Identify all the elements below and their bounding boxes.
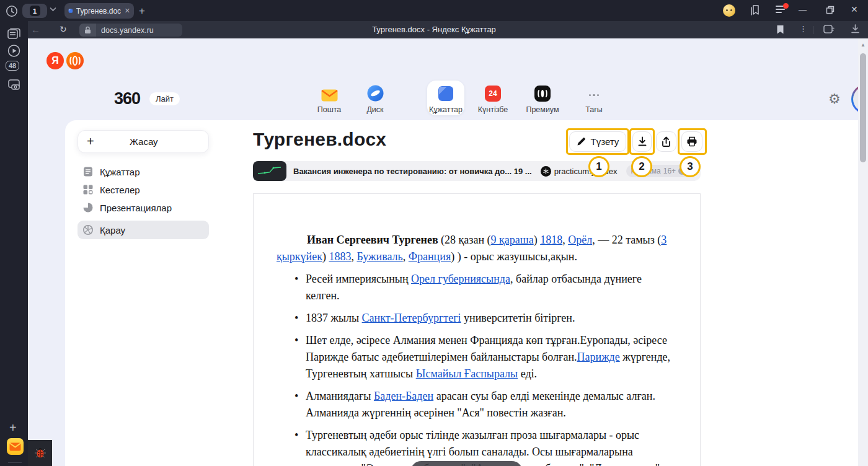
new-tab-button[interactable]: + [139, 5, 145, 17]
document-link[interactable]: 9 қараша [491, 234, 534, 246]
document-page: Иван Сергеевич Тургенев (28 қазан (9 қар… [253, 193, 701, 466]
document-link[interactable]: Ысмайыл Ғаспыралы [416, 367, 518, 380]
feed-icon[interactable] [6, 26, 22, 41]
back-icon[interactable]: ← [31, 24, 40, 35]
document-text: еді. [518, 367, 537, 380]
tab-title: Тургенев.docx - Яндек [76, 7, 121, 15]
document-link[interactable]: 1818 [540, 234, 562, 246]
document-bullet-item: •Шет елде, әсіресе Алмания менен Франция… [277, 332, 672, 382]
document-text: ) ) - орыс жазушысы,ақын. [451, 250, 577, 263]
document-text: университетін бітірген. [461, 312, 575, 324]
content-card: + Жасау Құжаттар Кестелер Презентациялар… [65, 120, 868, 466]
document-paragraph: Иван Сергеевич Тургенев (28 қазан (9 қар… [277, 232, 672, 265]
sidebar-item-presentations[interactable]: Презентациялар [78, 198, 209, 217]
history-clock-icon[interactable] [5, 4, 19, 18]
window-close-button[interactable]: ✕ [851, 4, 858, 14]
bookmark-star-icon[interactable] [776, 25, 784, 35]
document-text: ) [322, 250, 329, 263]
document-bullet-item: •1837 жылы Санкт-Петербургтегі университ… [277, 310, 672, 327]
document-link[interactable]: Баден-Баден [374, 390, 433, 402]
menu-notification-dot [783, 3, 789, 9]
document-bullet-item: •Тургеневтың әдеби орыс тілінде жазылған… [277, 427, 672, 466]
screenshot-icon[interactable] [6, 77, 22, 92]
document-text: Ресей империясының [306, 273, 411, 285]
window-minimize-button[interactable]: — [799, 5, 807, 14]
browser-tab-bar: 1 Тургенев.docx - Яндек ✕ + — ✕ [0, 0, 868, 21]
settings-gear-icon[interactable]: ⚙ [828, 91, 841, 107]
tab-group-button[interactable]: 1 [22, 4, 47, 18]
app-calendar[interactable]: 24 Күнтізбе [471, 83, 515, 114]
sidebar-item-documents[interactable]: Құжаттар [78, 162, 209, 181]
address-kebab-menu-icon[interactable]: ⋮ [799, 24, 807, 33]
app-mail[interactable]: Пошта [308, 83, 351, 114]
lock-icon[interactable] [79, 24, 96, 37]
divider [8, 462, 22, 463]
document-link[interactable]: Буживаль [356, 250, 402, 263]
video-play-icon[interactable] [6, 43, 22, 58]
window-restore-button[interactable] [826, 6, 835, 14]
docs-icon [424, 83, 467, 102]
document-text: , — 22 тамыз ( [592, 234, 661, 246]
document-text: Алманиядағы [306, 390, 374, 402]
document-text: (28 қазан ( [438, 234, 491, 246]
browser-profile-avatar[interactable] [723, 4, 735, 17]
ad-thumbnail [253, 161, 286, 181]
bullet-marker: • [294, 310, 298, 327]
calendar-icon: 24 [485, 86, 501, 102]
document-bullet-item: •Ресей империясының Орел губерниясында, … [277, 271, 672, 304]
weather-48-badge[interactable]: 48 [6, 61, 19, 71]
bullet-marker: • [294, 427, 298, 444]
rail-add-icon[interactable]: + [9, 421, 17, 435]
bookmarks-panel-icon[interactable] [749, 4, 761, 16]
app-docs[interactable]: Құжаттар [424, 83, 467, 114]
scroll-up-arrow[interactable]: ▲ [858, 42, 868, 48]
document-link[interactable]: Орел губерниясында [411, 273, 510, 285]
app-disk[interactable]: Диск [353, 83, 397, 114]
browser-tab-active[interactable]: Тургенев.docx - Яндек ✕ [64, 3, 134, 19]
docs-favicon [68, 7, 73, 15]
document-link[interactable]: Парижде [577, 351, 620, 363]
document-link[interactable]: 1883 [329, 250, 351, 263]
sidebar-item-tables[interactable]: Кестелер [78, 180, 209, 199]
sidebar-item-view[interactable]: Қарау [78, 221, 209, 239]
yandex-mail-app-icon[interactable] [7, 438, 24, 455]
document-link[interactable]: Орёл [568, 234, 592, 246]
document-link[interactable]: Санкт-Петербургтегі [362, 312, 461, 324]
ad-headline: Вакансия инженера по тестированию: от но… [293, 167, 532, 176]
table-icon [82, 184, 94, 195]
share-icon [661, 136, 671, 147]
tab-group-count: 1 [30, 6, 40, 16]
tab-group-chevron-down-icon[interactable] [50, 7, 56, 12]
bullet-marker: • [294, 388, 298, 405]
bullet-marker: • [294, 271, 298, 288]
app-premium[interactable]: Премиум [521, 83, 564, 114]
document-text: Тургеневтың әдеби орыс тілінде жазылған … [306, 429, 660, 466]
document-link[interactable]: Франция [409, 250, 451, 263]
address-bar-page-title: Тургенев.docx - Яндекс Құжаттар [248, 25, 620, 34]
document-body: Иван Сергеевич Тургенев (28 қазан (9 қар… [254, 194, 700, 466]
reload-icon[interactable]: ↻ [60, 24, 67, 34]
ladybug-icon [33, 446, 47, 460]
yandex-logo[interactable]: Я [46, 52, 64, 69]
page-scrollbar[interactable]: ▲ [858, 38, 868, 466]
document-title: Тургенев.docx [253, 129, 386, 150]
downloads-icon[interactable] [851, 24, 860, 34]
side-panel-icon[interactable] [823, 25, 835, 34]
disk-icon [353, 83, 397, 102]
document-text: Иван Сергеевич Тургенев [307, 234, 438, 246]
bug-overlay [28, 440, 52, 466]
document-text: , [562, 234, 568, 246]
screen: 1 Тургенев.docx - Яндек ✕ + — ✕ ← ↻ [0, 0, 868, 466]
document-text: ) [534, 234, 541, 246]
scrollbar-thumb[interactable] [860, 53, 866, 162]
share-button[interactable] [656, 131, 676, 152]
create-button[interactable]: + Жасау [78, 130, 209, 153]
bullet-marker: • [294, 332, 298, 349]
practicum-logo-icon [541, 166, 551, 177]
plus-icon: + [87, 134, 94, 149]
tab-close-icon[interactable]: ✕ [125, 7, 130, 15]
plan-badge: Лайт [149, 92, 180, 105]
app-more[interactable]: Тағы [572, 83, 616, 114]
url-field[interactable]: docs.yandex.ru [79, 24, 182, 37]
page-indicator-pill: 1 ішінен 1 [410, 461, 523, 466]
